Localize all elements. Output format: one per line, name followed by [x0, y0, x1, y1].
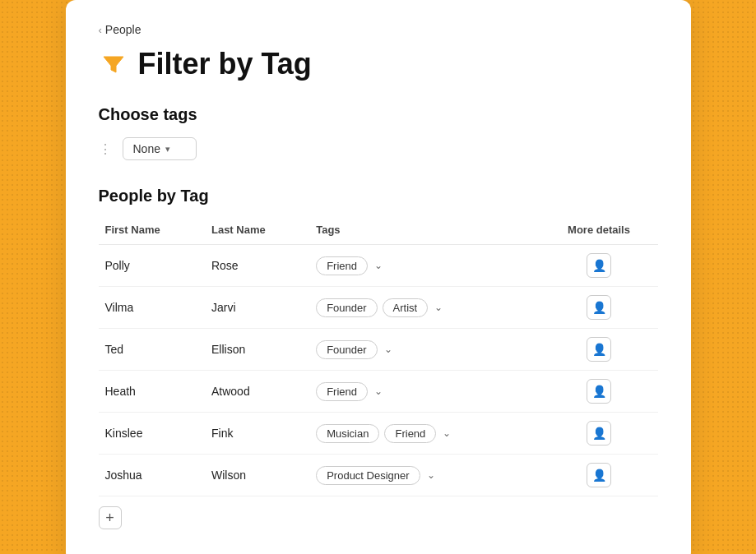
tag-badge[interactable]: Founder — [316, 340, 377, 359]
tag-expand-chevron[interactable]: ⌄ — [374, 260, 383, 271]
cell-first-name: Vilma — [99, 287, 205, 329]
cell-last-name: Ellison — [205, 329, 309, 371]
person-icon: 👤 — [592, 385, 606, 398]
tag-expand-chevron[interactable]: ⌄ — [443, 427, 451, 439]
tag-expand-chevron[interactable]: ⌄ — [374, 385, 383, 397]
table-row: JoshuaWilsonProduct Designer⌄👤 — [99, 455, 658, 496]
tag-badge[interactable]: Friend — [384, 424, 436, 443]
cell-tags: FounderArtist⌄ — [309, 287, 540, 329]
tag-badge[interactable]: Musician — [316, 424, 379, 443]
cell-tags: Friend⌄ — [309, 371, 540, 413]
cell-last-name: Atwood — [205, 371, 309, 413]
person-icon: 👤 — [592, 427, 606, 440]
cell-last-name: Jarvi — [205, 287, 309, 329]
cell-more-details: 👤 — [540, 455, 658, 496]
breadcrumb-chevron: ‹ — [99, 24, 102, 36]
breadcrumb: ‹ People — [99, 23, 658, 36]
col-last-name: Last Name — [205, 219, 309, 245]
more-details-button[interactable]: 👤 — [587, 421, 611, 446]
cell-first-name: Heath — [99, 371, 205, 413]
col-tags: Tags — [309, 219, 540, 245]
col-first-name: First Name — [99, 219, 205, 245]
cell-more-details: 👤 — [540, 413, 658, 455]
table-row: KinsleeFinkMusicianFriend⌄👤 — [99, 413, 658, 455]
cell-more-details: 👤 — [540, 287, 658, 329]
more-details-button[interactable]: 👤 — [587, 253, 611, 278]
filter-icon — [99, 46, 128, 82]
tag-badge[interactable]: Artist — [383, 298, 429, 317]
people-table: First Name Last Name Tags More details P… — [99, 219, 658, 496]
page-title: Filter by Tag — [138, 47, 312, 81]
cell-first-name: Joshua — [99, 455, 205, 496]
cell-more-details: 👤 — [540, 245, 658, 287]
tag-expand-chevron[interactable]: ⌄ — [434, 302, 443, 313]
cell-first-name: Polly — [99, 245, 205, 287]
table-row: PollyRoseFriend⌄👤 — [99, 245, 658, 287]
choose-tags-section: Choose tags ⋮ None ▾ — [99, 105, 658, 160]
breadcrumb-link[interactable]: People — [105, 23, 141, 36]
tag-dropdown-label: None — [133, 142, 160, 155]
cell-first-name: Kinslee — [99, 413, 205, 455]
tag-expand-chevron[interactable]: ⌄ — [384, 344, 392, 355]
person-icon: 👤 — [592, 469, 606, 482]
person-icon: 👤 — [592, 259, 606, 272]
tag-expand-chevron[interactable]: ⌄ — [427, 469, 435, 481]
cell-last-name: Fink — [205, 413, 309, 455]
table-row: VilmaJarviFounderArtist⌄👤 — [99, 287, 658, 329]
tag-badge[interactable]: Founder — [316, 298, 377, 317]
tag-dropdown[interactable]: None ▾ — [123, 137, 197, 160]
cell-tags: Product Designer⌄ — [309, 455, 540, 496]
page-header: Filter by Tag — [99, 46, 658, 82]
tag-badge[interactable]: Friend — [316, 382, 368, 401]
cell-more-details: 👤 — [540, 329, 658, 371]
choose-tags-title: Choose tags — [99, 105, 658, 124]
cell-tags: MusicianFriend⌄ — [309, 413, 540, 455]
main-card: ‹ People Filter by Tag Choose tags ⋮ Non… — [66, 0, 691, 554]
cell-more-details: 👤 — [540, 371, 658, 413]
cell-last-name: Rose — [205, 245, 309, 287]
people-by-tag-title: People by Tag — [99, 187, 658, 205]
cell-tags: Friend⌄ — [309, 245, 540, 287]
table-row: HeathAtwoodFriend⌄👤 — [99, 371, 658, 413]
person-icon: 👤 — [592, 343, 606, 356]
person-icon: 👤 — [592, 301, 606, 314]
more-details-button[interactable]: 👤 — [587, 379, 611, 404]
tag-badge[interactable]: Product Designer — [316, 466, 420, 485]
cell-first-name: Ted — [99, 329, 205, 371]
more-details-button[interactable]: 👤 — [587, 295, 611, 320]
cell-tags: Founder⌄ — [309, 329, 540, 371]
tag-badge[interactable]: Friend — [316, 256, 368, 275]
col-more-details: More details — [540, 219, 658, 245]
more-details-button[interactable]: 👤 — [587, 463, 611, 487]
table-header-row: First Name Last Name Tags More details — [99, 219, 658, 245]
add-row-button[interactable]: + — [99, 506, 122, 529]
people-by-tag-section: People by Tag First Name Last Name Tags … — [99, 187, 658, 529]
cell-last-name: Wilson — [205, 455, 309, 496]
chevron-down-icon: ▾ — [165, 144, 170, 155]
more-details-button[interactable]: 👤 — [587, 337, 611, 362]
table-row: TedEllisonFounder⌄👤 — [99, 329, 658, 371]
drag-handle[interactable]: ⋮ — [99, 141, 113, 157]
tag-selector-row: ⋮ None ▾ — [99, 137, 658, 160]
